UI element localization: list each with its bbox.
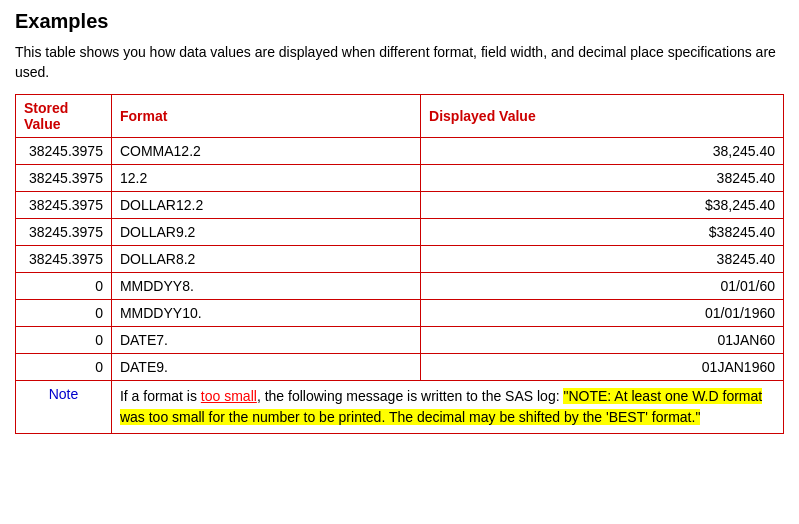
format-cell: 12.2 [111,165,420,192]
format-cell: DATE9. [111,354,420,381]
format-cell: MMDDYY8. [111,273,420,300]
note-label: Note [16,381,112,434]
table-row: 0MMDDYY10.01/01/1960 [16,300,784,327]
displayed-value-cell: 38245.40 [421,165,784,192]
format-cell: COMMA12.2 [111,138,420,165]
note-text: If a format is too small, the following … [111,381,783,434]
displayed-value-cell: $38,245.40 [421,192,784,219]
stored-value-cell: 38245.3975 [16,138,112,165]
stored-value-cell: 0 [16,327,112,354]
col-header-displayed: Displayed Value [421,95,784,138]
stored-value-cell: 38245.3975 [16,192,112,219]
table-row: 38245.3975DOLLAR12.2$38,245.40 [16,192,784,219]
table-row: 0DATE7.01JAN60 [16,327,784,354]
displayed-value-cell: 38245.40 [421,246,784,273]
format-cell: DOLLAR8.2 [111,246,420,273]
page-title: Examples [15,10,784,33]
table-row: 0DATE9.01JAN1960 [16,354,784,381]
examples-table: Stored Value Format Displayed Value 3824… [15,94,784,434]
displayed-value-cell: 01/01/60 [421,273,784,300]
format-cell: DOLLAR9.2 [111,219,420,246]
stored-value-cell: 38245.3975 [16,165,112,192]
stored-value-cell: 0 [16,300,112,327]
note-highlight: too small [201,388,257,404]
displayed-value-cell: 01/01/1960 [421,300,784,327]
format-cell: DOLLAR12.2 [111,192,420,219]
format-cell: MMDDYY10. [111,300,420,327]
col-header-stored: Stored Value [16,95,112,138]
table-row: 38245.3975COMMA12.238,245.40 [16,138,784,165]
intro-text: This table shows you how data values are… [15,43,784,82]
table-row: 0MMDDYY8.01/01/60 [16,273,784,300]
table-row: 38245.3975DOLLAR8.238245.40 [16,246,784,273]
stored-value-cell: 38245.3975 [16,246,112,273]
format-cell: DATE7. [111,327,420,354]
displayed-value-cell: $38245.40 [421,219,784,246]
table-row: 38245.397512.238245.40 [16,165,784,192]
displayed-value-cell: 01JAN60 [421,327,784,354]
displayed-value-cell: 01JAN1960 [421,354,784,381]
table-row: 38245.3975DOLLAR9.2$38245.40 [16,219,784,246]
stored-value-cell: 0 [16,273,112,300]
stored-value-cell: 38245.3975 [16,219,112,246]
note-row: NoteIf a format is too small, the follow… [16,381,784,434]
displayed-value-cell: 38,245.40 [421,138,784,165]
stored-value-cell: 0 [16,354,112,381]
col-header-format: Format [111,95,420,138]
